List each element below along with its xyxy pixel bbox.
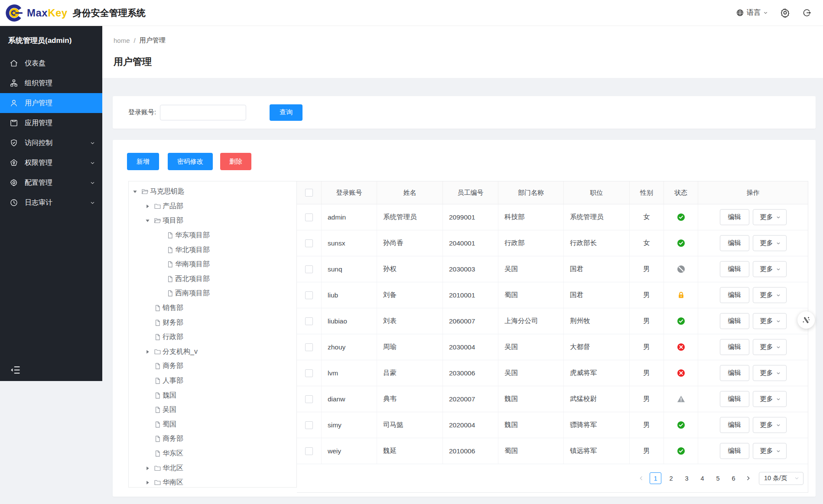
tree-node[interactable]: 华南区 bbox=[129, 475, 296, 488]
change-password-button[interactable]: 密码修改 bbox=[168, 153, 213, 170]
page-number-5[interactable]: 5 bbox=[712, 472, 724, 484]
sidebar-item-org[interactable]: 组织管理 bbox=[0, 73, 102, 93]
caret-right-icon[interactable] bbox=[145, 480, 150, 485]
tree-node[interactable]: 魏国 bbox=[129, 388, 296, 403]
tree-node[interactable]: 华北项目部 bbox=[129, 242, 296, 257]
tree-node[interactable]: 华南项目部 bbox=[129, 257, 296, 272]
edit-button[interactable]: 编辑 bbox=[720, 235, 749, 251]
sidebar-item-label: 仪表盘 bbox=[25, 59, 46, 68]
tree-node-label: 华南项目部 bbox=[175, 260, 210, 269]
next-page-button[interactable] bbox=[743, 474, 753, 483]
caret-right-icon[interactable] bbox=[145, 204, 150, 209]
tree-node[interactable]: 产品部 bbox=[129, 199, 296, 214]
gear-icon[interactable] bbox=[780, 8, 790, 18]
floating-theme-button[interactable] bbox=[797, 311, 815, 329]
more-button[interactable]: 更多 bbox=[753, 417, 787, 433]
tree-node[interactable]: 蜀国 bbox=[129, 417, 296, 432]
row-checkbox[interactable] bbox=[305, 265, 313, 273]
page-number-6[interactable]: 6 bbox=[728, 472, 739, 484]
tree-node[interactable]: 人事部 bbox=[129, 374, 296, 388]
delete-button[interactable]: 删除 bbox=[220, 153, 251, 170]
tree-node[interactable]: 吴国 bbox=[129, 403, 296, 417]
tree-node[interactable]: 项目部 bbox=[129, 213, 296, 228]
row-checkbox[interactable] bbox=[305, 239, 313, 247]
more-button[interactable]: 更多 bbox=[753, 313, 787, 329]
sidebar-item-users[interactable]: 用户管理 bbox=[0, 93, 102, 113]
select-all-checkbox[interactable] bbox=[305, 189, 313, 197]
more-button[interactable]: 更多 bbox=[753, 261, 787, 277]
chevron-down-icon bbox=[90, 141, 95, 145]
more-button[interactable]: 更多 bbox=[753, 287, 787, 303]
row-checkbox[interactable] bbox=[305, 291, 313, 299]
edit-button[interactable]: 编辑 bbox=[720, 339, 749, 355]
tree-node[interactable]: 财务部 bbox=[129, 315, 296, 330]
doc-icon bbox=[154, 304, 161, 312]
edit-button[interactable]: 编辑 bbox=[720, 417, 749, 433]
logout-icon[interactable] bbox=[802, 8, 811, 17]
more-button[interactable]: 更多 bbox=[753, 209, 787, 225]
prev-page-button[interactable] bbox=[636, 474, 646, 483]
tree-node[interactable]: 华东区 bbox=[129, 446, 296, 461]
dashboard-icon bbox=[10, 59, 18, 68]
query-button[interactable]: 查询 bbox=[270, 104, 303, 121]
row-checkbox[interactable] bbox=[305, 343, 313, 351]
page-size-value: 10 条/页 bbox=[764, 474, 787, 482]
tree-node[interactable]: 行政部 bbox=[129, 330, 296, 345]
more-button[interactable]: 更多 bbox=[753, 339, 787, 355]
tree-node[interactable]: 商务部 bbox=[129, 432, 296, 446]
sidebar-item-audit-log[interactable]: 日志审计 bbox=[0, 193, 102, 213]
page-number-4[interactable]: 4 bbox=[696, 472, 708, 484]
edit-button[interactable]: 编辑 bbox=[720, 391, 749, 407]
edit-button[interactable]: 编辑 bbox=[720, 365, 749, 381]
row-checkbox[interactable] bbox=[305, 395, 313, 403]
tree-node[interactable]: 西南项目部 bbox=[129, 286, 296, 301]
sidebar-item-permissions[interactable]: 权限管理 bbox=[0, 153, 102, 173]
edit-button[interactable]: 编辑 bbox=[720, 209, 749, 225]
row-checkbox[interactable] bbox=[305, 213, 313, 221]
more-button[interactable]: 更多 bbox=[753, 365, 787, 381]
more-button[interactable]: 更多 bbox=[753, 391, 787, 407]
add-button[interactable]: 新增 bbox=[127, 153, 159, 170]
caret-right-icon[interactable] bbox=[145, 349, 150, 354]
tree-node[interactable]: 西北项目部 bbox=[129, 272, 296, 287]
caret-down-icon[interactable] bbox=[145, 218, 150, 223]
sidebar-item-dashboard[interactable]: 仪表盘 bbox=[0, 53, 102, 73]
breadcrumb-home[interactable]: home bbox=[114, 37, 130, 44]
edit-button[interactable]: 编辑 bbox=[720, 313, 749, 329]
caret-right-icon[interactable] bbox=[145, 465, 150, 471]
tree-node[interactable]: 马克思钥匙 bbox=[129, 184, 296, 199]
page-number-2[interactable]: 2 bbox=[665, 472, 677, 484]
sidebar-item-access-control[interactable]: 访问控制 bbox=[0, 133, 102, 153]
sidebar-item-config[interactable]: 配置管理 bbox=[0, 173, 102, 193]
tree-node[interactable]: 商务部 bbox=[129, 359, 296, 374]
edit-button[interactable]: 编辑 bbox=[720, 287, 749, 303]
row-checkbox[interactable] bbox=[305, 369, 313, 377]
tree-node[interactable]: 华北区 bbox=[129, 461, 296, 475]
cell-account: zhouy bbox=[322, 334, 377, 360]
login-account-input[interactable] bbox=[160, 105, 246, 120]
caret-down-icon[interactable] bbox=[132, 189, 137, 194]
tree-node-label: 商务部 bbox=[163, 434, 183, 443]
cell-position: 系统管理员 bbox=[564, 204, 630, 230]
tree-node[interactable]: 华东项目部 bbox=[129, 228, 296, 243]
row-checkbox[interactable] bbox=[305, 447, 313, 455]
page-size-select[interactable]: 10 条/页 bbox=[759, 472, 803, 485]
menu-fold-icon[interactable] bbox=[10, 365, 21, 375]
page-number-3[interactable]: 3 bbox=[681, 472, 693, 484]
sidebar-item-apps[interactable]: 应用管理 bbox=[0, 113, 102, 133]
tree-node[interactable]: 销售部 bbox=[129, 301, 296, 316]
cell-status bbox=[664, 308, 698, 334]
row-checkbox[interactable] bbox=[305, 317, 313, 325]
row-checkbox[interactable] bbox=[305, 421, 313, 429]
more-button[interactable]: 更多 bbox=[753, 443, 787, 459]
tree-node[interactable]: 分支机构_v bbox=[129, 345, 296, 359]
edit-button[interactable]: 编辑 bbox=[720, 443, 749, 459]
table-row: dianw 典韦 2020007 魏国 武猛校尉 男 编辑 更多 bbox=[297, 386, 808, 412]
org-icon bbox=[10, 79, 18, 87]
edit-button[interactable]: 编辑 bbox=[720, 261, 749, 277]
page-number-1[interactable]: 1 bbox=[650, 472, 661, 484]
language-menu[interactable]: 语言 bbox=[736, 8, 768, 17]
more-button[interactable]: 更多 bbox=[753, 235, 787, 251]
tree-node-label: 吴国 bbox=[163, 405, 176, 414]
top-bar-actions: 语言 bbox=[736, 8, 811, 18]
